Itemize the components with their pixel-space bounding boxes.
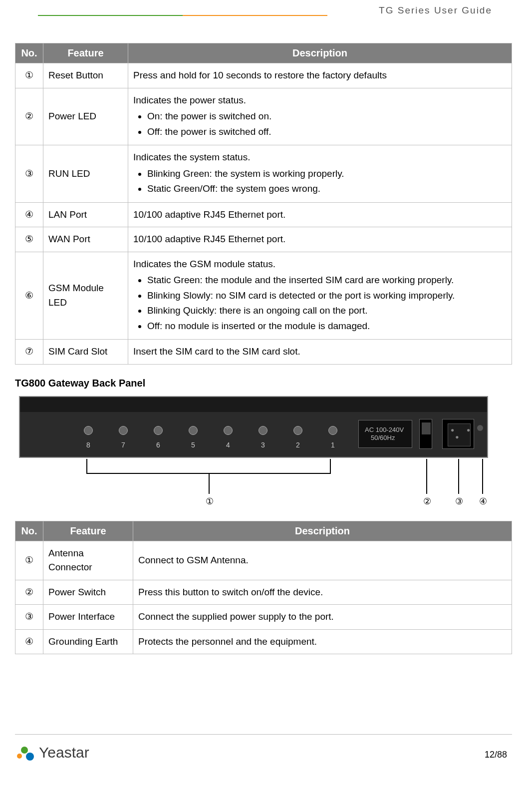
- row-feature: Power Switch: [43, 580, 133, 605]
- list-item: Static Green: the module and the inserte…: [147, 273, 507, 288]
- ac-label-icon: AC 100-240V 50/60Hz: [358, 420, 412, 448]
- row-no: ⑦: [15, 340, 43, 365]
- row-desc: Connect to GSM Antenna.: [133, 541, 512, 580]
- row-no: ③: [15, 605, 43, 630]
- row-feature: Reset Button: [43, 63, 128, 88]
- list-item: Off: no module is inserted or the module…: [147, 319, 507, 334]
- col-feature: Feature: [43, 43, 128, 63]
- row-desc: Protects the personnel and the equipment…: [133, 629, 512, 654]
- antenna-label: 8: [84, 441, 93, 449]
- table-row: ⑤ WAN Port 10/100 adaptive RJ45 Ethernet…: [15, 227, 512, 252]
- bracket-icon: [86, 459, 331, 474]
- row-feature: SIM Card Slot: [43, 340, 128, 365]
- row-desc: 10/100 adaptive RJ45 Ethernet port.: [128, 202, 512, 227]
- row-feature: Antenna Connector: [43, 541, 133, 580]
- row-no: ②: [15, 580, 43, 605]
- doc-title: TG Series User Guide: [379, 5, 492, 16]
- row-no: ⑥: [15, 252, 43, 340]
- header-accent-orange-icon: [183, 15, 327, 16]
- brand-name: Yeastar: [39, 744, 89, 761]
- col-feature: Feature: [43, 521, 133, 541]
- col-no: No.: [15, 521, 43, 541]
- row-intro: Indicates the GSM module status.: [133, 259, 275, 269]
- row-desc: 10/100 adaptive RJ45 Ethernet port.: [128, 227, 512, 252]
- table-row: ④ Grounding Earth Protects the personnel…: [15, 629, 512, 654]
- col-description: Description: [133, 521, 512, 541]
- back-panel-diagram: 8 7 6 5 4 3 2 1 AC 100-240V 50/60Hz ① ② …: [19, 396, 508, 506]
- callout-ground: ④: [479, 496, 487, 507]
- logo-mark-icon: [15, 743, 35, 763]
- brand-logo: Yeastar: [15, 743, 89, 763]
- table-row: ① Reset Button Press and hold for 10 sec…: [15, 63, 512, 88]
- antenna-label: 3: [259, 441, 267, 449]
- row-feature: Power LED: [43, 88, 128, 145]
- col-description: Description: [128, 43, 512, 63]
- row-no: ④: [15, 629, 43, 654]
- back-panel-table: No. Feature Description ① Antenna Connec…: [15, 521, 512, 655]
- row-feature: LAN Port: [43, 202, 128, 227]
- antenna-label: 6: [154, 441, 163, 449]
- row-no: ④: [15, 202, 43, 227]
- antenna-label: 7: [119, 441, 128, 449]
- row-intro: Indicates the power status.: [133, 95, 246, 105]
- row-no: ①: [15, 541, 43, 580]
- row-desc: Press and hold for 10 seconds to restore…: [128, 63, 512, 88]
- row-feature: GSM Module LED: [43, 252, 128, 340]
- ground-screw-icon: [477, 425, 483, 431]
- list-item: Off: the power is switched off.: [147, 125, 507, 139]
- table-row: ⑦ SIM Card Slot Insert the SIM card to t…: [15, 340, 512, 365]
- power-inlet-icon: [442, 419, 474, 449]
- list-item: Blinking Slowly: no SIM card is detected…: [147, 289, 507, 303]
- list-item: On: the power is switched on.: [147, 109, 507, 124]
- row-desc: Connect the supplied power supply to the…: [133, 605, 512, 630]
- page-number: 12/88: [485, 750, 507, 760]
- callout-switch: ②: [423, 496, 431, 507]
- col-no: No.: [15, 43, 43, 63]
- header-accent-green-icon: [38, 15, 183, 16]
- row-desc: Press this button to switch on/off the d…: [133, 580, 512, 605]
- list-item: Static Green/Off: the system goes wrong.: [147, 182, 507, 196]
- table-row: ⑥ GSM Module LED Indicates the GSM modul…: [15, 252, 512, 340]
- list-item: Blinking Quickly: there is an ongoing ca…: [147, 304, 507, 318]
- row-feature: RUN LED: [43, 145, 128, 203]
- antenna-label: 5: [189, 441, 198, 449]
- front-panel-table: No. Feature Description ① Reset Button P…: [15, 43, 512, 365]
- row-feature: WAN Port: [43, 227, 128, 252]
- antenna-label: 2: [293, 441, 302, 449]
- table-row: ① Antenna Connector Connect to GSM Anten…: [15, 541, 512, 580]
- row-no: ①: [15, 63, 43, 88]
- row-no: ②: [15, 88, 43, 145]
- row-feature: Power Interface: [43, 605, 133, 630]
- antenna-label: 4: [224, 441, 233, 449]
- row-intro: Indicates the system status.: [133, 152, 250, 162]
- table-row: ④ LAN Port 10/100 adaptive RJ45 Ethernet…: [15, 202, 512, 227]
- power-switch-icon: [419, 419, 432, 449]
- list-item: Blinking Green: the system is working pr…: [147, 167, 507, 181]
- row-desc: Indicates the GSM module status. Static …: [128, 252, 512, 340]
- table-row: ② Power Switch Press this button to swit…: [15, 580, 512, 605]
- row-no: ③: [15, 145, 43, 203]
- row-desc: Insert the SIM card to the SIM card slot…: [128, 340, 512, 365]
- row-no: ⑤: [15, 227, 43, 252]
- callout-antenna: ①: [206, 496, 214, 507]
- row-desc: Indicates the power status. On: the powe…: [128, 88, 512, 145]
- row-feature: Grounding Earth: [43, 629, 133, 654]
- antenna-label: 1: [328, 441, 337, 449]
- table-row: ③ Power Interface Connect the supplied p…: [15, 605, 512, 630]
- row-desc: Indicates the system status. Blinking Gr…: [128, 145, 512, 203]
- section-heading: TG800 Gateway Back Panel: [15, 378, 512, 389]
- callout-power-interface: ③: [455, 496, 463, 507]
- table-row: ③ RUN LED Indicates the system status. B…: [15, 145, 512, 203]
- table-row: ② Power LED Indicates the power status. …: [15, 88, 512, 145]
